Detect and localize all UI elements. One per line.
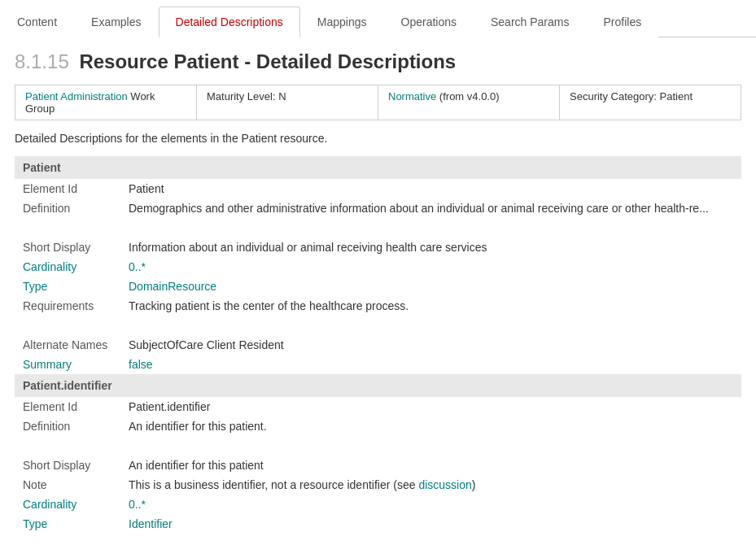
row-value: SubjectOfCare Client Resident	[120, 335, 741, 355]
row-label-link[interactable]: Type	[23, 517, 47, 530]
tab-content[interactable]: Content	[0, 7, 74, 37]
badge-link[interactable]: Patient Administration	[25, 90, 128, 102]
inline-link[interactable]: discussion	[418, 478, 471, 491]
row-value: false	[120, 355, 741, 374]
row-value: Patient	[120, 179, 741, 198]
row-value: An identifier for this patient	[120, 456, 741, 475]
table-row: Short DisplayAn identifier for this pati…	[15, 456, 741, 475]
row-value: This is a business identifier, not a res…	[120, 475, 741, 495]
row-label: Alternate Names	[15, 335, 120, 355]
row-value-link[interactable]: DomainResource	[129, 280, 216, 293]
row-value: Information about an individual or anima…	[120, 238, 741, 257]
badge-item: Security Category: Patient	[560, 85, 741, 120]
table-row: NoteThis is a business identifier, not a…	[15, 475, 741, 495]
description-text: Detailed Descriptions for the elements i…	[15, 132, 741, 145]
row-label: Short Display	[15, 238, 120, 257]
tab-profiles[interactable]: Profiles	[586, 7, 658, 37]
tab-detailed-descriptions[interactable]: Detailed Descriptions	[159, 7, 300, 37]
row-value: Patient.identifier	[120, 397, 741, 416]
page-title: 8.1.15 Resource Patient - Detailed Descr…	[15, 50, 741, 73]
spacer-row	[15, 316, 741, 335]
table-row: Summaryfalse	[15, 355, 741, 374]
row-value: DomainResource	[120, 277, 741, 296]
row-value-link[interactable]: false	[129, 358, 153, 371]
spacer-row	[15, 436, 741, 456]
row-label: Short Display	[15, 456, 120, 475]
badge-item: Normative (from v4.0.0)	[378, 85, 560, 120]
row-value: 0..*	[120, 495, 741, 514]
tab-mappings[interactable]: Mappings	[300, 7, 384, 37]
row-value: Tracking patient is the center of the he…	[120, 296, 741, 316]
table-row: TypeIdentifier	[15, 514, 741, 534]
tab-operations[interactable]: Operations	[384, 7, 474, 37]
row-value: 0..*	[120, 257, 741, 277]
section-header-row: Patient	[15, 156, 741, 179]
table-row: DefinitionAn identifier for this patient…	[15, 416, 741, 436]
table-row: Cardinality0..*	[15, 495, 741, 514]
spacer-row	[15, 218, 741, 238]
row-label-link[interactable]: Type	[23, 280, 47, 293]
badge-link[interactable]: Normative	[388, 90, 436, 102]
row-label: Definition	[15, 416, 120, 436]
inline-text: )	[472, 478, 476, 491]
row-label-link[interactable]: Summary	[23, 358, 72, 371]
table-row: Element IdPatient	[15, 179, 741, 198]
main-content: 8.1.15 Resource Patient - Detailed Descr…	[0, 37, 756, 547]
row-label: Element Id	[15, 179, 120, 198]
table-row: TypeDomainResource	[15, 277, 741, 296]
row-value-link[interactable]: Identifier	[129, 517, 173, 530]
row-label: Note	[15, 475, 120, 495]
row-value: Demographics and other administrative in…	[120, 198, 741, 218]
row-label-link[interactable]: Cardinality	[23, 260, 76, 273]
row-label: Element Id	[15, 397, 120, 416]
table-row: RequirementsTracking patient is the cent…	[15, 296, 741, 316]
tab-search-params[interactable]: Search Params	[474, 7, 586, 37]
table-row: Element IdPatient.identifier	[15, 397, 741, 416]
tab-examples[interactable]: Examples	[74, 7, 158, 37]
table-row: Cardinality0..*	[15, 257, 741, 277]
row-value: An identifier for this patient.	[120, 416, 741, 436]
section-header-row: Patient.identifier	[15, 374, 741, 397]
badge-item: Maturity Level: N	[197, 85, 378, 120]
badge-item: Patient Administration Work Group	[15, 85, 197, 120]
table-row: Alternate NamesSubjectOfCare Client Resi…	[15, 335, 741, 355]
page-title-text: Resource Patient - Detailed Descriptions	[79, 50, 456, 72]
badges-row: Patient Administration Work GroupMaturit…	[15, 85, 741, 120]
row-label-link[interactable]: Cardinality	[23, 498, 76, 511]
section-number: 8.1.15	[15, 50, 74, 72]
table-row: DefinitionDemographics and other adminis…	[15, 198, 741, 218]
detail-table: PatientElement IdPatientDefinitionDemogr…	[15, 156, 741, 534]
table-row: Short DisplayInformation about an indivi…	[15, 238, 741, 257]
inline-text: This is a business identifier, not a res…	[129, 478, 418, 491]
row-label: Definition	[15, 198, 120, 218]
row-value-link[interactable]: 0..*	[129, 260, 146, 273]
row-value: Identifier	[120, 514, 741, 534]
row-value-link[interactable]: 0..*	[129, 498, 146, 511]
row-label: Requirements	[15, 296, 120, 316]
tab-bar: ContentExamplesDetailed DescriptionsMapp…	[0, 0, 756, 37]
